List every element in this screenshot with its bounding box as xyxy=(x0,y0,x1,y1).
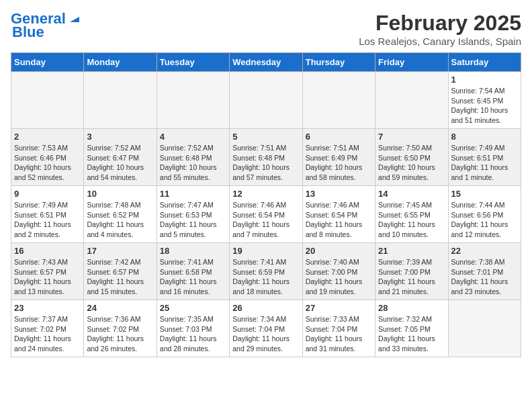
calendar-week-row: 9Sunrise: 7:49 AM Sunset: 6:51 PM Daylig… xyxy=(11,186,521,243)
day-number: 3 xyxy=(87,132,153,142)
day-info: Sunrise: 7:33 AM Sunset: 7:04 PM Dayligh… xyxy=(306,314,372,354)
page-header: General Blue February 2025 Los Realejos,… xyxy=(11,11,521,47)
day-number: 12 xyxy=(232,189,299,199)
day-number: 8 xyxy=(451,132,518,142)
day-number: 14 xyxy=(378,189,445,199)
day-number: 10 xyxy=(87,189,153,199)
day-number: 23 xyxy=(14,303,81,313)
day-number: 13 xyxy=(306,189,372,199)
calendar-cell xyxy=(230,72,302,129)
day-number: 19 xyxy=(232,246,299,256)
calendar-cell: 6Sunrise: 7:51 AM Sunset: 6:49 PM Daylig… xyxy=(302,129,375,186)
calendar-cell: 23Sunrise: 7:37 AM Sunset: 7:02 PM Dayli… xyxy=(11,300,84,357)
day-info: Sunrise: 7:35 AM Sunset: 7:03 PM Dayligh… xyxy=(160,314,226,354)
title-section: February 2025 Los Realejos, Canary Islan… xyxy=(359,11,521,47)
day-info: Sunrise: 7:49 AM Sunset: 6:51 PM Dayligh… xyxy=(14,200,81,240)
calendar-cell: 25Sunrise: 7:35 AM Sunset: 7:03 PM Dayli… xyxy=(157,300,229,357)
day-info: Sunrise: 7:51 AM Sunset: 6:48 PM Dayligh… xyxy=(232,143,299,183)
day-number: 11 xyxy=(160,189,226,199)
logo: General Blue xyxy=(11,11,82,40)
calendar-cell: 27Sunrise: 7:33 AM Sunset: 7:04 PM Dayli… xyxy=(302,300,375,357)
calendar-cell: 3Sunrise: 7:52 AM Sunset: 6:47 PM Daylig… xyxy=(84,129,157,186)
calendar-cell: 9Sunrise: 7:49 AM Sunset: 6:51 PM Daylig… xyxy=(11,186,84,243)
day-info: Sunrise: 7:38 AM Sunset: 7:01 PM Dayligh… xyxy=(451,257,518,297)
day-info: Sunrise: 7:42 AM Sunset: 6:57 PM Dayligh… xyxy=(87,257,153,297)
day-info: Sunrise: 7:47 AM Sunset: 6:53 PM Dayligh… xyxy=(160,200,226,240)
day-info: Sunrise: 7:39 AM Sunset: 7:00 PM Dayligh… xyxy=(378,257,445,297)
day-number: 21 xyxy=(378,246,445,256)
calendar-cell xyxy=(375,72,448,129)
calendar-week-row: 2Sunrise: 7:53 AM Sunset: 6:46 PM Daylig… xyxy=(11,129,521,186)
day-number: 25 xyxy=(160,303,226,313)
day-number: 18 xyxy=(160,246,226,256)
weekday-header-row: SundayMondayTuesdayWednesdayThursdayFrid… xyxy=(11,53,521,72)
day-info: Sunrise: 7:45 AM Sunset: 6:55 PM Dayligh… xyxy=(378,200,445,240)
day-number: 28 xyxy=(378,303,445,313)
day-info: Sunrise: 7:48 AM Sunset: 6:52 PM Dayligh… xyxy=(87,200,153,240)
day-info: Sunrise: 7:52 AM Sunset: 6:48 PM Dayligh… xyxy=(160,143,226,183)
svg-marker-0 xyxy=(70,17,79,22)
day-info: Sunrise: 7:46 AM Sunset: 6:54 PM Dayligh… xyxy=(232,200,299,240)
calendar-week-row: 1Sunrise: 7:54 AM Sunset: 6:45 PM Daylig… xyxy=(11,72,521,129)
calendar-cell: 15Sunrise: 7:44 AM Sunset: 6:56 PM Dayli… xyxy=(448,186,521,243)
day-number: 5 xyxy=(232,132,299,142)
day-info: Sunrise: 7:34 AM Sunset: 7:04 PM Dayligh… xyxy=(232,314,299,354)
calendar-cell: 7Sunrise: 7:50 AM Sunset: 6:50 PM Daylig… xyxy=(375,129,448,186)
day-info: Sunrise: 7:49 AM Sunset: 6:51 PM Dayligh… xyxy=(451,143,518,183)
calendar-cell: 8Sunrise: 7:49 AM Sunset: 6:51 PM Daylig… xyxy=(448,129,521,186)
calendar-title: February 2025 xyxy=(359,11,521,36)
weekday-header-monday: Monday xyxy=(84,53,157,72)
day-info: Sunrise: 7:51 AM Sunset: 6:49 PM Dayligh… xyxy=(306,143,372,183)
calendar-cell: 28Sunrise: 7:32 AM Sunset: 7:05 PM Dayli… xyxy=(375,300,448,357)
day-number: 2 xyxy=(14,132,81,142)
calendar-table: SundayMondayTuesdayWednesdayThursdayFrid… xyxy=(11,52,521,357)
day-number: 15 xyxy=(451,189,518,199)
calendar-cell xyxy=(302,72,375,129)
calendar-cell: 17Sunrise: 7:42 AM Sunset: 6:57 PM Dayli… xyxy=(84,243,157,300)
day-info: Sunrise: 7:53 AM Sunset: 6:46 PM Dayligh… xyxy=(14,143,81,183)
calendar-cell: 13Sunrise: 7:46 AM Sunset: 6:54 PM Dayli… xyxy=(302,186,375,243)
calendar-cell: 16Sunrise: 7:43 AM Sunset: 6:57 PM Dayli… xyxy=(11,243,84,300)
calendar-cell: 12Sunrise: 7:46 AM Sunset: 6:54 PM Dayli… xyxy=(230,186,302,243)
weekday-header-saturday: Saturday xyxy=(448,53,521,72)
day-number: 22 xyxy=(451,246,518,256)
weekday-header-thursday: Thursday xyxy=(302,53,375,72)
day-info: Sunrise: 7:43 AM Sunset: 6:57 PM Dayligh… xyxy=(14,257,81,297)
day-info: Sunrise: 7:46 AM Sunset: 6:54 PM Dayligh… xyxy=(306,200,372,240)
weekday-header-sunday: Sunday xyxy=(11,53,84,72)
day-number: 9 xyxy=(14,189,81,199)
calendar-week-row: 23Sunrise: 7:37 AM Sunset: 7:02 PM Dayli… xyxy=(11,300,521,357)
day-info: Sunrise: 7:41 AM Sunset: 6:58 PM Dayligh… xyxy=(160,257,226,297)
day-number: 4 xyxy=(160,132,226,142)
day-number: 16 xyxy=(14,246,81,256)
day-info: Sunrise: 7:50 AM Sunset: 6:50 PM Dayligh… xyxy=(378,143,445,183)
day-number: 26 xyxy=(232,303,299,313)
day-number: 1 xyxy=(451,75,518,85)
calendar-cell: 5Sunrise: 7:51 AM Sunset: 6:48 PM Daylig… xyxy=(230,129,302,186)
calendar-cell: 4Sunrise: 7:52 AM Sunset: 6:48 PM Daylig… xyxy=(157,129,229,186)
weekday-header-friday: Friday xyxy=(375,53,448,72)
calendar-cell: 21Sunrise: 7:39 AM Sunset: 7:00 PM Dayli… xyxy=(375,243,448,300)
calendar-cell: 18Sunrise: 7:41 AM Sunset: 6:58 PM Dayli… xyxy=(157,243,229,300)
day-info: Sunrise: 7:41 AM Sunset: 6:59 PM Dayligh… xyxy=(232,257,299,297)
calendar-cell: 20Sunrise: 7:40 AM Sunset: 7:00 PM Dayli… xyxy=(302,243,375,300)
calendar-cell xyxy=(448,300,521,357)
day-info: Sunrise: 7:52 AM Sunset: 6:47 PM Dayligh… xyxy=(87,143,153,183)
calendar-cell: 2Sunrise: 7:53 AM Sunset: 6:46 PM Daylig… xyxy=(11,129,84,186)
calendar-cell xyxy=(157,72,229,129)
calendar-cell: 14Sunrise: 7:45 AM Sunset: 6:55 PM Dayli… xyxy=(375,186,448,243)
day-info: Sunrise: 7:37 AM Sunset: 7:02 PM Dayligh… xyxy=(14,314,81,354)
logo-line2: Blue xyxy=(11,24,44,40)
calendar-subtitle: Los Realejos, Canary Islands, Spain xyxy=(359,36,521,47)
day-info: Sunrise: 7:36 AM Sunset: 7:02 PM Dayligh… xyxy=(87,314,153,354)
calendar-cell: 11Sunrise: 7:47 AM Sunset: 6:53 PM Dayli… xyxy=(157,186,229,243)
day-number: 17 xyxy=(87,246,153,256)
calendar-cell xyxy=(11,72,84,129)
logo-icon xyxy=(67,10,82,25)
day-info: Sunrise: 7:54 AM Sunset: 6:45 PM Dayligh… xyxy=(451,86,518,126)
weekday-header-tuesday: Tuesday xyxy=(157,53,229,72)
day-info: Sunrise: 7:32 AM Sunset: 7:05 PM Dayligh… xyxy=(378,314,445,354)
calendar-cell: 19Sunrise: 7:41 AM Sunset: 6:59 PM Dayli… xyxy=(230,243,302,300)
calendar-cell: 22Sunrise: 7:38 AM Sunset: 7:01 PM Dayli… xyxy=(448,243,521,300)
calendar-cell xyxy=(84,72,157,129)
